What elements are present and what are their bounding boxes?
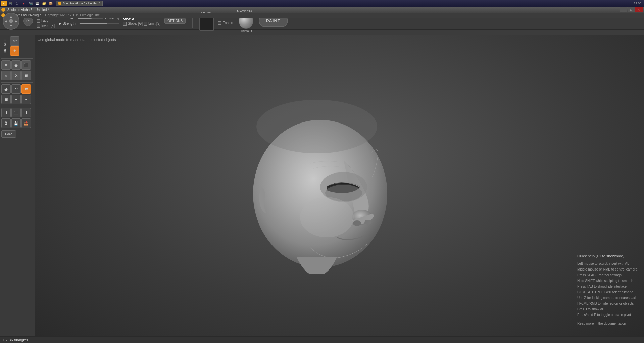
triangle-count: 15136 triangles (3, 338, 28, 342)
circle-tool-btn[interactable]: ○ (1, 71, 11, 80)
quick-help-line-7: Use Z for locking camera to nearest axis (577, 295, 637, 301)
options-button[interactable]: OPTIONS (164, 18, 186, 24)
grid-tool-btn[interactable]: ⊞ (21, 71, 31, 80)
taskbar-time: 12:00 (634, 2, 643, 5)
app-icon-small (58, 2, 61, 5)
limit-label: Limit [S] (148, 22, 160, 26)
quick-help-line-1: Left mouse to sculpt, invert with ALT (577, 261, 637, 266)
start-icon[interactable]: S (1, 1, 7, 6)
face-svg (243, 93, 404, 278)
grab-mode-options: Global [G] Limit [S] (123, 22, 160, 26)
svg-point-7 (256, 100, 377, 153)
cross-tool-btn[interactable]: ✕ (11, 71, 21, 80)
nav-center (9, 19, 13, 23)
app-title-left: Sculptris Alpha 6 - Untitled * (1, 8, 49, 12)
sphere-tool-btn[interactable]: ◕ (1, 84, 11, 94)
mirror-tool-btn[interactable]: ⇄ (21, 84, 31, 94)
quick-help-panel: Quick help (F1 to show/hide) Left mouse … (577, 253, 637, 326)
app-window-title: Sculptris Alpha 6 - Untitled * (7, 8, 49, 12)
viewport[interactable]: Use global mode to manipulate selected o… (35, 35, 644, 336)
enable-checkbox[interactable] (218, 21, 221, 25)
taskbar-icon-5[interactable]: 💾 (34, 1, 40, 6)
move-mid-btn[interactable]: ⬛ (11, 108, 21, 117)
toolbar-divider-1 (1, 58, 33, 59)
undo-button[interactable]: ↩ (10, 36, 19, 46)
draw-tool-btn[interactable]: ✏ (1, 60, 11, 70)
move-down-btn[interactable]: ⬇ (21, 108, 31, 117)
lazy-label: Lazy (41, 19, 48, 23)
quick-help-line-6: CTRL+A, CTRL+D will select all/none (577, 289, 637, 295)
app-title-bar: Sculptris Alpha 6 - Untitled * ─ □ ✕ (0, 7, 644, 13)
toolbar-row-6: ⬆ ⬛ ⬇ (1, 108, 33, 117)
toolbar-row-3: ○ ✕ ⊞ (1, 71, 33, 80)
quick-help-line-11: Read more in the documentation (577, 321, 637, 326)
strength-label: Strength (63, 22, 78, 26)
goz-button[interactable]: GoZ (1, 130, 16, 138)
undo-redo-group: ↩ + (10, 36, 19, 56)
navigation-widget[interactable]: ▲ ▼ ◀ ▶ (3, 13, 19, 30)
taskbar-icon-4[interactable]: 📷 (28, 1, 34, 6)
enable-section: Enable (218, 21, 233, 25)
face-model-3d (243, 93, 404, 278)
invert-checkbox-label[interactable]: Invert [X] (37, 24, 55, 28)
viewport-info-text: Use global mode to manipulate selected o… (38, 38, 116, 42)
nav-up-arrow: ▲ (9, 15, 13, 18)
enable-checkbox-label[interactable]: Enable (218, 21, 233, 25)
taskbar-icon-1[interactable]: 🎮 (7, 1, 13, 6)
svg-point-2 (353, 220, 361, 226)
quick-help-line-2: Middle mouse or RMB to control camera (577, 266, 637, 272)
window-controls: ─ □ ✕ (620, 7, 643, 12)
wave-tool-btn[interactable]: 〜 (11, 84, 21, 94)
layers-btn[interactable]: ⊟ (1, 95, 11, 104)
toolbar-row-4: ◕ 〜 ⇄ (1, 84, 33, 94)
snap-btn[interactable]: ⊻ (1, 118, 11, 128)
minimize-button[interactable]: ─ (620, 7, 627, 12)
quick-help-line-5: Press TAB to show/hide interface (577, 284, 637, 289)
smooth-tool-btn[interactable]: ◉ (11, 60, 21, 70)
status-bar: 15136 triangles (0, 336, 644, 343)
invert-checkbox[interactable] (37, 24, 40, 28)
taskbar-icon-2[interactable]: 🗂 (14, 1, 20, 6)
export-tool-btn[interactable]: 📤 (21, 118, 31, 128)
global-label: Global [G] (128, 22, 143, 26)
taskbar-icon-7[interactable]: 📦 (48, 1, 54, 6)
strength-slider-track[interactable] (80, 23, 119, 24)
quick-help-line-9: Ctrl+H to show all (577, 306, 637, 312)
toolbar-row-2: ✏ ◉ ⬛ (1, 60, 33, 70)
nav-down-arrow: ▼ (9, 24, 13, 28)
size-slider-fill (78, 18, 92, 19)
taskbar-icon-6[interactable]: 📁 (41, 1, 47, 6)
flatten-tool-btn[interactable]: ⬛ (21, 60, 31, 70)
lazy-checkbox[interactable] (37, 19, 40, 23)
toolbar-divider-2 (1, 82, 33, 83)
close-button[interactable]: ✕ (635, 7, 643, 12)
toolbar-row-1: CREASE ↩ + (1, 36, 33, 56)
toolbar-row-5: ⊟ + − (1, 95, 33, 104)
taskbar-icon-3[interactable]: ● (21, 1, 27, 6)
size-slider-track[interactable] (78, 18, 103, 19)
layer-add-btn[interactable]: + (11, 95, 21, 104)
crease-label-btn: CREASE (1, 36, 9, 56)
material-section-label: MATERIAL (237, 10, 254, 13)
enable-label: Enable (222, 21, 233, 25)
toolbar-row-7: ⊻ 💾 📤 (1, 118, 33, 128)
app-window: Sculptris Alpha 6 - Untitled * ─ □ ✕ Scu… (0, 7, 644, 343)
svg-point-6 (300, 197, 354, 237)
lazy-checkbox-label[interactable]: Lazy (37, 19, 55, 23)
sculptris-logo-icon (1, 8, 5, 12)
global-checkbox[interactable] (123, 22, 127, 26)
quick-help-title: Quick help (F1 to show/hide) (577, 253, 637, 259)
limit-checkbox-label[interactable]: Limit [S] (144, 22, 160, 26)
taskbar-active-app[interactable]: Sculptris Alpha 6 - Untitled * (56, 1, 103, 6)
layer-remove-btn[interactable]: − (21, 95, 31, 104)
strength-slider-fill (80, 23, 107, 24)
limit-checkbox[interactable] (144, 22, 147, 26)
active-tool-button[interactable]: + (10, 46, 19, 56)
move-up-btn[interactable]: ⬆ (1, 108, 11, 117)
save-tool-btn[interactable]: 💾 (11, 118, 21, 128)
global-checkbox-label[interactable]: Global [G] (123, 22, 143, 26)
quick-help-line-3: Press SPACE for tool settings (577, 272, 637, 278)
maximize-button[interactable]: □ (628, 7, 635, 12)
sculptris-menu-bar: Sculptris by Pixologic Copyright ©2009-2… (0, 13, 644, 18)
material-name: 00default (240, 29, 252, 33)
